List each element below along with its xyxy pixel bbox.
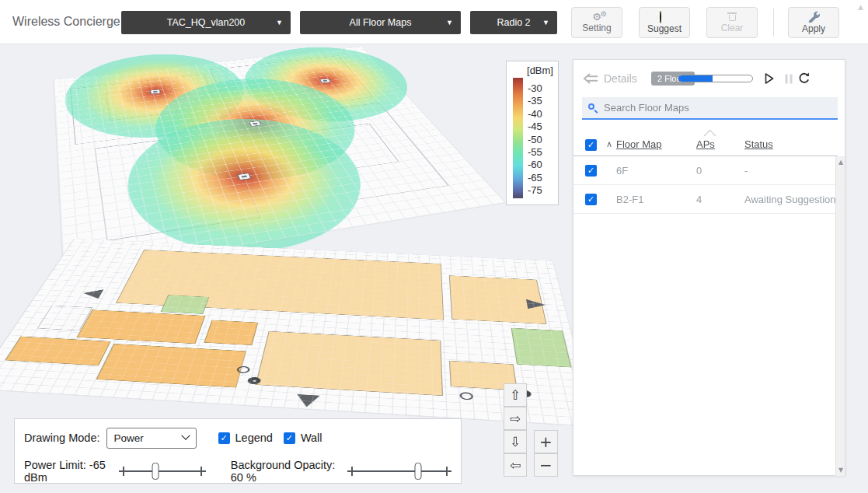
lightbulb-icon xyxy=(660,12,669,23)
details-title: Details xyxy=(604,72,637,85)
details-panel: Details 2 Floors xyxy=(573,59,845,476)
floor-maps-dropdown[interactable]: All Floor Maps ▼ xyxy=(300,11,461,34)
radio-dropdown-value: Radio 2 xyxy=(497,17,530,28)
legend-tick: -55 xyxy=(528,146,542,159)
legend-tick: -75 xyxy=(528,184,542,197)
legend-tick: -60 xyxy=(528,159,542,171)
drawing-mode-label: Drawing Mode: xyxy=(24,432,100,444)
pause-icon xyxy=(785,74,793,84)
caret-down-icon: ▼ xyxy=(542,19,549,26)
apply-button-label: Apply xyxy=(802,23,825,34)
floor-map-b2f1-plan xyxy=(8,220,579,403)
radio-dropdown[interactable]: Radio 2 ▼ xyxy=(470,11,557,34)
scroll-down-icon[interactable]: ▼ xyxy=(836,467,845,474)
legend-ticks: -30 -35 -40 -45 -50 -55 -60 -65 -75 xyxy=(528,78,542,198)
clear-button[interactable]: Clear xyxy=(706,7,758,38)
trash-icon xyxy=(727,12,737,22)
top-toolbar: Wireless Concierge TAC_HQ_vlan200 ▼ All … xyxy=(0,0,868,44)
legend-gradient-bar xyxy=(513,78,523,198)
zoom-in-button[interactable]: + xyxy=(534,430,558,453)
power-limit-label: Power Limit: -65 dBm xyxy=(24,459,114,484)
network-dropdown-value: TAC_HQ_vlan200 xyxy=(167,17,246,28)
row-checkbox[interactable] xyxy=(585,165,597,177)
play-button[interactable] xyxy=(762,72,776,86)
floors-progress-fill xyxy=(678,75,713,82)
aps-cell: 4 xyxy=(696,194,702,205)
wall-checkbox-group[interactable]: Wall xyxy=(284,432,322,444)
pan-up-button[interactable]: ⇧ xyxy=(504,383,527,407)
background-opacity-slider[interactable] xyxy=(347,462,451,481)
app-title: Wireless Concierge xyxy=(12,15,120,29)
collapse-notch[interactable] xyxy=(703,129,717,136)
power-limit-slider-thumb[interactable] xyxy=(152,463,159,480)
floor-table-row[interactable]: 6F 0 - xyxy=(573,156,838,185)
clear-button-label: Clear xyxy=(721,23,744,33)
caret-down-icon: ▼ xyxy=(276,19,283,26)
legend-tick: -35 xyxy=(528,95,542,107)
status-cell: - xyxy=(744,165,748,177)
details-collapse-button[interactable]: Details xyxy=(583,72,637,85)
wrench-icon xyxy=(807,11,820,23)
background-opacity-slider-thumb[interactable] xyxy=(415,463,422,480)
caret-down-icon: ▼ xyxy=(446,19,453,26)
pan-right-button[interactable]: ⇨ xyxy=(504,407,527,430)
wall-checkbox-label: Wall xyxy=(301,432,322,444)
map-controls-panel: Drawing Mode: Power Legend Wall Power Li… xyxy=(14,418,462,484)
legend-tick: -50 xyxy=(528,134,542,146)
drawing-mode-value: Power xyxy=(114,432,144,444)
drawing-mode-select[interactable]: Power xyxy=(106,428,197,449)
search-icon xyxy=(588,103,598,113)
power-limit-slider[interactable] xyxy=(119,462,206,481)
floor-map-6f-heatmap xyxy=(12,37,486,208)
status-cell: Awaiting Suggestion xyxy=(744,194,836,205)
page-scroll-up-icon[interactable]: ▲ xyxy=(858,3,863,11)
scroll-up-icon[interactable]: ▲ xyxy=(836,159,845,166)
legend-tick: -65 xyxy=(528,172,542,184)
floor-table-header: ∧ Floor Map APs Status xyxy=(573,135,838,156)
pan-down-button[interactable]: ⇩ xyxy=(504,430,527,453)
search-box xyxy=(582,97,838,120)
suggest-button[interactable]: Suggest xyxy=(639,7,690,38)
collapse-arrow-icon xyxy=(583,73,598,84)
floors-progress-bar[interactable] xyxy=(678,75,753,82)
row-checkbox[interactable] xyxy=(585,194,597,205)
legend-tick: -40 xyxy=(528,108,542,121)
refresh-button[interactable] xyxy=(797,72,811,86)
details-panel-header: Details 2 Floors xyxy=(573,60,845,97)
apply-button[interactable]: Apply xyxy=(788,7,839,38)
background-opacity-label: Background Opacity: 60 % xyxy=(231,459,343,484)
floor-map-cell: B2-F1 xyxy=(616,194,643,205)
legend-tick: -45 xyxy=(528,121,542,133)
floor-table-row[interactable]: B2-F1 4 Awaiting Suggestion xyxy=(573,185,838,214)
signal-legend: [dBm] -30 -35 -40 -45 -50 -55 -60 -65 -7… xyxy=(506,61,559,205)
chevron-down-icon xyxy=(181,432,190,440)
legend-tick: -30 xyxy=(528,82,542,95)
floor-map-column-header[interactable]: Floor Map xyxy=(616,138,662,150)
floor-map-cell: 6F xyxy=(616,165,628,177)
aps-cell: 0 xyxy=(696,165,702,177)
floor-maps-dropdown-value: All Floor Maps xyxy=(350,17,412,28)
sort-ascending-icon: ∧ xyxy=(606,139,612,149)
status-column-header[interactable]: Status xyxy=(744,138,773,150)
pause-button[interactable] xyxy=(782,72,796,86)
refresh-icon xyxy=(798,72,810,85)
search-input[interactable] xyxy=(604,102,831,114)
zoom-out-button[interactable]: − xyxy=(534,453,558,477)
table-scrollbar[interactable]: ▲ ▼ xyxy=(835,156,845,476)
legend-checkbox-group[interactable]: Legend xyxy=(218,432,273,444)
gear-icon: ⚙⚙ xyxy=(592,12,601,22)
toolbar-divider xyxy=(773,9,774,37)
suggest-button-label: Suggest xyxy=(647,23,682,34)
legend-title: [dBm] xyxy=(513,65,553,76)
wall-checkbox[interactable] xyxy=(284,432,295,444)
setting-button[interactable]: ⚙⚙ Setting xyxy=(571,7,622,38)
floor-map-canvas[interactable]: [dBm] -30 -35 -40 -45 -50 -55 -60 -65 -7… xyxy=(0,45,868,493)
legend-checkbox[interactable] xyxy=(218,432,230,444)
play-icon xyxy=(765,73,774,84)
pan-left-button[interactable]: ⇦ xyxy=(504,453,527,477)
network-dropdown[interactable]: TAC_HQ_vlan200 ▼ xyxy=(121,11,291,34)
legend-checkbox-label: Legend xyxy=(235,432,273,444)
aps-column-header[interactable]: APs xyxy=(696,138,715,150)
select-all-checkbox[interactable] xyxy=(585,139,597,151)
setting-button-label: Setting xyxy=(582,23,611,33)
